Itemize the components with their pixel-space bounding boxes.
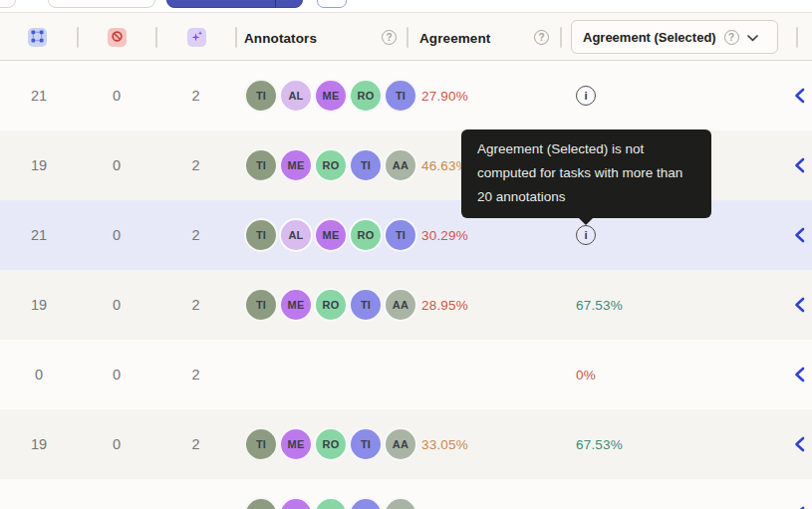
skipped-count: 0 [78,270,155,340]
agreement-selected-label: Agreement (Selected) [583,30,716,45]
column-header-annotations[interactable] [28,28,47,47]
annotator-avatar: ME [279,427,313,461]
annotator-avatar: ME [314,79,348,113]
expand-chevron-icon[interactable] [793,157,807,173]
annotator-avatar: AL [279,79,313,113]
predictions-count: 2 [155,130,236,200]
skipped-count: 0 [78,340,155,409]
annotator-avatar: TI [244,288,278,322]
agreement-value: 28.95% [421,298,468,313]
table-row[interactable]: 19 0 2 TI ME RO TI AA 28.95% 67.53% [0,270,812,340]
skipped-count: 0 [78,130,155,200]
header-divider [560,27,562,48]
header-divider [796,27,798,48]
annotator-avatars: TI ME RO TI AA [244,427,417,461]
agreement-value: 33.05% [421,437,468,452]
annotator-avatar: TI [244,148,278,182]
expand-chevron-icon[interactable] [793,297,807,313]
toolbar-outline-button[interactable] [317,0,347,8]
skipped-count: 0 [78,200,155,270]
predictions-count: 2 [155,340,236,409]
annotator-avatar: TI [349,288,383,322]
column-header-agreement[interactable]: Agreement [419,31,490,46]
tasks-table: Annotators ? Agreement ? Agreement (Sele… [0,12,812,509]
header-divider [77,27,79,48]
agreement-selected-tooltip: Agreement (Selected) is not computed for… [461,129,711,218]
annotations-count: 0 [0,340,78,409]
predictions-count: 2 [155,479,236,509]
table-header-row: Annotators ? Agreement ? Agreement (Sele… [0,13,812,61]
annotator-avatar: TI [349,497,383,509]
annotator-avatar: AL [279,218,313,252]
agreement-selected-dropdown[interactable]: Agreement (Selected) ? [571,20,778,54]
agreement-selected-value: 67.53% [576,437,623,452]
annotator-avatar: TI [384,79,417,113]
table-row[interactable]: 0 0 2 0% [0,340,812,409]
annotator-avatar: AA [384,288,417,322]
agreement-help-icon[interactable]: ? [534,30,549,45]
annotator-avatar: AA [384,148,417,182]
cancelled-icon [111,29,124,47]
annotator-avatar: TI [244,427,278,461]
annotator-avatar: RO [349,79,383,113]
table-row[interactable]: 19 0 2 TI ME RO TI AA 33.05% 67.53% [0,409,812,479]
info-icon[interactable]: i [576,225,596,245]
annotator-avatar: RO [349,218,383,252]
annotator-avatar: TI [349,148,383,182]
expand-chevron-icon[interactable] [793,88,807,104]
expand-chevron-icon[interactable] [793,436,807,452]
column-header-annotators[interactable]: Annotators [244,31,317,46]
annotator-avatar: RO [314,497,348,509]
annotator-avatars: TI AL ME RO TI [244,79,417,113]
annotator-avatar: AA [384,427,417,461]
annotator-avatars: TI ME RO TI AA [244,148,417,182]
annotator-avatar: AA [384,497,417,509]
annotator-avatar: ME [279,497,313,509]
chevron-down-icon [747,28,758,46]
annotator-avatar: ME [314,218,348,252]
annotator-avatar: TI [244,497,278,509]
annotator-avatar: TI [244,218,278,252]
annotator-avatar: RO [314,427,348,461]
info-icon[interactable]: i [576,86,596,106]
header-divider [155,27,157,48]
agreement-selected-value: 0% [576,368,596,382]
annotations-count: 21 [0,200,78,270]
table-row[interactable]: 21 0 2 TI AL ME RO TI 27.90% i [0,61,812,130]
primary-action-button[interactable] [166,0,303,8]
annotators-help-icon[interactable]: ? [382,30,397,45]
annotations-count: 21 [0,61,78,130]
predictions-count: 2 [155,409,236,479]
annotator-avatars: TI ME RO TI AA [244,497,417,509]
annotations-count-icon [31,29,44,47]
toolbar-input-fragment[interactable] [48,0,155,8]
annotations-count: 19 [0,130,78,200]
annotator-avatar: TI [349,427,383,461]
expand-chevron-icon[interactable] [793,227,807,243]
sparkles-icon [190,29,203,47]
predictions-count: 2 [155,200,236,270]
annotator-avatar: ME [279,288,313,322]
skipped-count: 0 [78,479,155,509]
agreement-value: 27.90% [421,89,468,104]
agreement-selected-help-icon[interactable]: ? [724,30,739,45]
header-divider [235,27,237,48]
column-header-skipped[interactable] [108,28,127,47]
annotator-avatar: TI [384,218,417,252]
predictions-count: 2 [155,61,236,130]
annotator-avatar: TI [244,79,278,113]
annotator-avatar: RO [314,288,348,322]
agreement-value: 30.29% [421,228,468,243]
annotations-count: 19 [0,270,78,340]
annotations-count: 19 [0,479,78,509]
toolbar-button-fragment[interactable] [0,0,16,8]
table-body: 21 0 2 TI AL ME RO TI 27.90% i 19 0 2 TI… [0,61,812,509]
annotator-avatar: RO [314,148,348,182]
annotator-avatars: TI AL ME RO TI [244,218,417,252]
annotator-avatar: ME [279,148,313,182]
expand-chevron-icon[interactable] [793,367,807,382]
top-toolbar [0,0,812,12]
table-row[interactable]: 19 0 2 TI ME RO TI AA 31.58% 43.86% [0,479,812,509]
column-header-predictions[interactable] [187,28,206,47]
split-button-divider [275,0,276,7]
